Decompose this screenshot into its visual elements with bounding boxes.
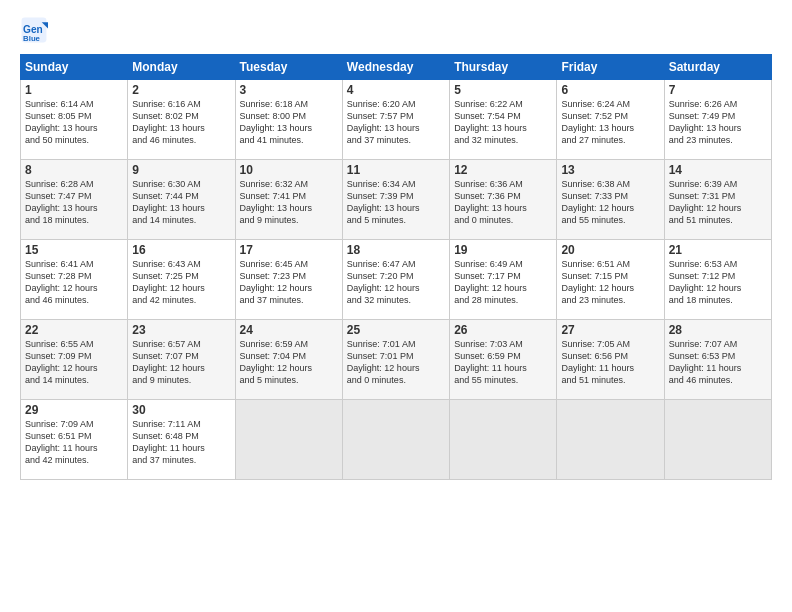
day-number: 15 (25, 243, 123, 257)
calendar-cell: 25Sunrise: 7:01 AM Sunset: 7:01 PM Dayli… (342, 320, 449, 400)
day-info: Sunrise: 6:47 AM Sunset: 7:20 PM Dayligh… (347, 258, 445, 307)
calendar-cell: 2Sunrise: 6:16 AM Sunset: 8:02 PM Daylig… (128, 80, 235, 160)
day-info: Sunrise: 6:38 AM Sunset: 7:33 PM Dayligh… (561, 178, 659, 227)
weekday-header: Saturday (664, 55, 771, 80)
calendar-cell: 6Sunrise: 6:24 AM Sunset: 7:52 PM Daylig… (557, 80, 664, 160)
calendar-week-row: 1Sunrise: 6:14 AM Sunset: 8:05 PM Daylig… (21, 80, 772, 160)
day-info: Sunrise: 6:16 AM Sunset: 8:02 PM Dayligh… (132, 98, 230, 147)
calendar-cell: 10Sunrise: 6:32 AM Sunset: 7:41 PM Dayli… (235, 160, 342, 240)
day-number: 29 (25, 403, 123, 417)
day-number: 28 (669, 323, 767, 337)
day-number: 4 (347, 83, 445, 97)
calendar-header-row: SundayMondayTuesdayWednesdayThursdayFrid… (21, 55, 772, 80)
weekday-header: Tuesday (235, 55, 342, 80)
day-number: 18 (347, 243, 445, 257)
day-info: Sunrise: 6:20 AM Sunset: 7:57 PM Dayligh… (347, 98, 445, 147)
day-info: Sunrise: 6:26 AM Sunset: 7:49 PM Dayligh… (669, 98, 767, 147)
calendar-week-row: 8Sunrise: 6:28 AM Sunset: 7:47 PM Daylig… (21, 160, 772, 240)
day-number: 23 (132, 323, 230, 337)
calendar-cell: 30Sunrise: 7:11 AM Sunset: 6:48 PM Dayli… (128, 400, 235, 480)
calendar-cell: 22Sunrise: 6:55 AM Sunset: 7:09 PM Dayli… (21, 320, 128, 400)
day-info: Sunrise: 6:39 AM Sunset: 7:31 PM Dayligh… (669, 178, 767, 227)
calendar-cell (557, 400, 664, 480)
day-info: Sunrise: 7:01 AM Sunset: 7:01 PM Dayligh… (347, 338, 445, 387)
calendar-week-row: 15Sunrise: 6:41 AM Sunset: 7:28 PM Dayli… (21, 240, 772, 320)
day-info: Sunrise: 7:05 AM Sunset: 6:56 PM Dayligh… (561, 338, 659, 387)
calendar-cell: 21Sunrise: 6:53 AM Sunset: 7:12 PM Dayli… (664, 240, 771, 320)
calendar-cell: 23Sunrise: 6:57 AM Sunset: 7:07 PM Dayli… (128, 320, 235, 400)
day-info: Sunrise: 7:11 AM Sunset: 6:48 PM Dayligh… (132, 418, 230, 467)
day-number: 17 (240, 243, 338, 257)
calendar-cell: 8Sunrise: 6:28 AM Sunset: 7:47 PM Daylig… (21, 160, 128, 240)
day-number: 10 (240, 163, 338, 177)
day-number: 8 (25, 163, 123, 177)
calendar-cell: 28Sunrise: 7:07 AM Sunset: 6:53 PM Dayli… (664, 320, 771, 400)
calendar-week-row: 22Sunrise: 6:55 AM Sunset: 7:09 PM Dayli… (21, 320, 772, 400)
day-info: Sunrise: 6:24 AM Sunset: 7:52 PM Dayligh… (561, 98, 659, 147)
calendar-cell (342, 400, 449, 480)
page: Gen Blue SundayMondayTuesdayWednesdayThu… (0, 0, 792, 612)
day-number: 9 (132, 163, 230, 177)
calendar-cell: 5Sunrise: 6:22 AM Sunset: 7:54 PM Daylig… (450, 80, 557, 160)
day-info: Sunrise: 6:28 AM Sunset: 7:47 PM Dayligh… (25, 178, 123, 227)
day-number: 7 (669, 83, 767, 97)
calendar-cell (450, 400, 557, 480)
day-info: Sunrise: 6:36 AM Sunset: 7:36 PM Dayligh… (454, 178, 552, 227)
calendar-cell: 29Sunrise: 7:09 AM Sunset: 6:51 PM Dayli… (21, 400, 128, 480)
calendar-cell: 20Sunrise: 6:51 AM Sunset: 7:15 PM Dayli… (557, 240, 664, 320)
weekday-header: Wednesday (342, 55, 449, 80)
day-info: Sunrise: 6:45 AM Sunset: 7:23 PM Dayligh… (240, 258, 338, 307)
day-number: 20 (561, 243, 659, 257)
weekday-header: Sunday (21, 55, 128, 80)
day-info: Sunrise: 6:22 AM Sunset: 7:54 PM Dayligh… (454, 98, 552, 147)
calendar-week-row: 29Sunrise: 7:09 AM Sunset: 6:51 PM Dayli… (21, 400, 772, 480)
day-info: Sunrise: 6:18 AM Sunset: 8:00 PM Dayligh… (240, 98, 338, 147)
day-number: 5 (454, 83, 552, 97)
day-number: 21 (669, 243, 767, 257)
day-number: 24 (240, 323, 338, 337)
calendar-cell (235, 400, 342, 480)
day-number: 25 (347, 323, 445, 337)
day-number: 1 (25, 83, 123, 97)
day-number: 16 (132, 243, 230, 257)
calendar-cell: 27Sunrise: 7:05 AM Sunset: 6:56 PM Dayli… (557, 320, 664, 400)
calendar-cell: 7Sunrise: 6:26 AM Sunset: 7:49 PM Daylig… (664, 80, 771, 160)
day-number: 6 (561, 83, 659, 97)
calendar-cell: 9Sunrise: 6:30 AM Sunset: 7:44 PM Daylig… (128, 160, 235, 240)
day-info: Sunrise: 6:51 AM Sunset: 7:15 PM Dayligh… (561, 258, 659, 307)
day-number: 3 (240, 83, 338, 97)
calendar-cell: 3Sunrise: 6:18 AM Sunset: 8:00 PM Daylig… (235, 80, 342, 160)
day-number: 26 (454, 323, 552, 337)
day-info: Sunrise: 6:34 AM Sunset: 7:39 PM Dayligh… (347, 178, 445, 227)
logo: Gen Blue (20, 16, 52, 44)
calendar-cell: 26Sunrise: 7:03 AM Sunset: 6:59 PM Dayli… (450, 320, 557, 400)
day-info: Sunrise: 7:03 AM Sunset: 6:59 PM Dayligh… (454, 338, 552, 387)
calendar-cell: 4Sunrise: 6:20 AM Sunset: 7:57 PM Daylig… (342, 80, 449, 160)
day-info: Sunrise: 6:32 AM Sunset: 7:41 PM Dayligh… (240, 178, 338, 227)
day-info: Sunrise: 6:53 AM Sunset: 7:12 PM Dayligh… (669, 258, 767, 307)
day-number: 30 (132, 403, 230, 417)
day-number: 22 (25, 323, 123, 337)
day-number: 12 (454, 163, 552, 177)
calendar-cell: 17Sunrise: 6:45 AM Sunset: 7:23 PM Dayli… (235, 240, 342, 320)
weekday-header: Friday (557, 55, 664, 80)
calendar-cell: 14Sunrise: 6:39 AM Sunset: 7:31 PM Dayli… (664, 160, 771, 240)
day-info: Sunrise: 6:57 AM Sunset: 7:07 PM Dayligh… (132, 338, 230, 387)
calendar-cell: 1Sunrise: 6:14 AM Sunset: 8:05 PM Daylig… (21, 80, 128, 160)
calendar-cell: 15Sunrise: 6:41 AM Sunset: 7:28 PM Dayli… (21, 240, 128, 320)
calendar-cell: 16Sunrise: 6:43 AM Sunset: 7:25 PM Dayli… (128, 240, 235, 320)
calendar-cell: 19Sunrise: 6:49 AM Sunset: 7:17 PM Dayli… (450, 240, 557, 320)
day-number: 14 (669, 163, 767, 177)
day-info: Sunrise: 7:09 AM Sunset: 6:51 PM Dayligh… (25, 418, 123, 467)
day-info: Sunrise: 6:30 AM Sunset: 7:44 PM Dayligh… (132, 178, 230, 227)
day-info: Sunrise: 6:55 AM Sunset: 7:09 PM Dayligh… (25, 338, 123, 387)
day-info: Sunrise: 6:43 AM Sunset: 7:25 PM Dayligh… (132, 258, 230, 307)
day-number: 13 (561, 163, 659, 177)
day-number: 19 (454, 243, 552, 257)
calendar-table: SundayMondayTuesdayWednesdayThursdayFrid… (20, 54, 772, 480)
logo-icon: Gen Blue (20, 16, 48, 44)
day-info: Sunrise: 6:14 AM Sunset: 8:05 PM Dayligh… (25, 98, 123, 147)
calendar-cell: 18Sunrise: 6:47 AM Sunset: 7:20 PM Dayli… (342, 240, 449, 320)
calendar-cell: 24Sunrise: 6:59 AM Sunset: 7:04 PM Dayli… (235, 320, 342, 400)
day-number: 27 (561, 323, 659, 337)
